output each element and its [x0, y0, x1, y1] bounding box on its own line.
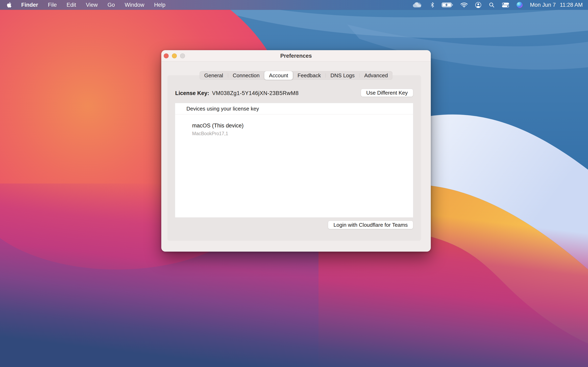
menu-window[interactable]: Window — [120, 0, 149, 10]
devices-list-header: Devices using your license key — [175, 103, 413, 114]
license-key-row: License Key: VM038Zg1-5Y146jXN-23B5RwM8 — [175, 89, 299, 98]
siri-icon[interactable] — [517, 2, 523, 8]
bluetooth-icon[interactable] — [431, 2, 434, 8]
zoom-button[interactable] — [180, 53, 185, 58]
menu-bar-left: Finder File Edit View Go Window Help — [0, 0, 170, 10]
tab-account[interactable]: Account — [264, 71, 293, 80]
device-list-item[interactable]: macOS (This device) MacBookPro17,1 — [175, 114, 413, 136]
account-panel: License Key: VM038Zg1-5Y146jXN-23B5RwM8 … — [167, 75, 421, 241]
menu-go[interactable]: Go — [103, 0, 120, 10]
menu-view[interactable]: View — [81, 0, 103, 10]
date-text: Mon Jun 7 — [530, 2, 556, 8]
tab-bar: General Connection Account Feedback DNS … — [199, 71, 392, 80]
tab-dns-logs[interactable]: DNS Logs — [326, 71, 360, 80]
close-button[interactable] — [164, 53, 169, 58]
tab-feedback[interactable]: Feedback — [293, 71, 325, 80]
menu-edit[interactable]: Edit — [62, 0, 81, 10]
tab-general[interactable]: General — [199, 71, 228, 80]
control-center-icon[interactable] — [502, 2, 509, 8]
window-title: Preferences — [161, 50, 431, 62]
tab-advanced[interactable]: Advanced — [360, 71, 393, 80]
time-text: 11:28 AM — [560, 2, 583, 8]
apple-menu-icon[interactable] — [6, 2, 16, 8]
battery-charging-icon[interactable] — [442, 2, 453, 8]
license-key-label: License Key: — [175, 90, 209, 96]
menu-finder[interactable]: Finder — [16, 0, 43, 10]
preferences-window: Preferences License Key: VM038Zg1-5Y146j… — [161, 50, 431, 252]
cloudflare-icon[interactable] — [413, 2, 423, 8]
tab-connection[interactable]: Connection — [228, 71, 264, 80]
menu-bar: Finder File Edit View Go Window Help — [0, 0, 588, 10]
menu-bar-clock[interactable]: Mon Jun 7 11:28 AM — [530, 2, 583, 8]
traffic-lights — [164, 53, 185, 58]
login-cloudflare-teams-button[interactable]: Login with Cloudflare for Teams — [328, 221, 413, 229]
use-different-key-button[interactable]: Use Different Key — [361, 89, 413, 97]
menu-bar-status: Mon Jun 7 11:28 AM — [413, 2, 588, 8]
window-titlebar[interactable]: Preferences — [161, 50, 431, 62]
wifi-icon[interactable] — [460, 2, 468, 8]
menu-file[interactable]: File — [43, 0, 62, 10]
device-model: MacBookPro17,1 — [192, 131, 413, 136]
menu-help[interactable]: Help — [149, 0, 171, 10]
devices-list-box: Devices using your license key macOS (Th… — [175, 103, 413, 217]
search-icon[interactable] — [489, 2, 494, 8]
user-icon[interactable] — [475, 2, 481, 8]
device-name: macOS (This device) — [192, 123, 413, 129]
minimize-button[interactable] — [172, 53, 177, 58]
license-key-value: VM038Zg1-5Y146jXN-23B5RwM8 — [212, 90, 299, 96]
